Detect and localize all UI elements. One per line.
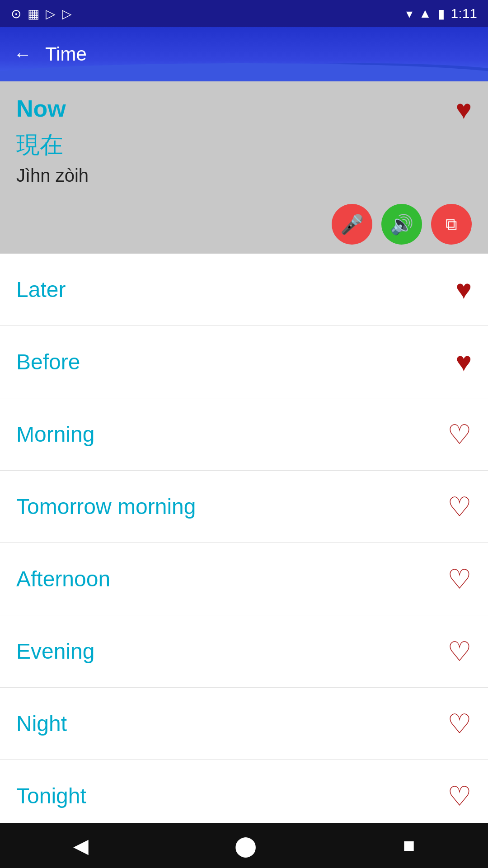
list-item-label: Tonight — [16, 783, 86, 808]
word-list: Later ♥ Before ♥ Morning ♡ Tomorrow morn… — [0, 254, 488, 832]
battery-icon: ▮ — [438, 6, 445, 21]
play-icon: ▷ — [46, 6, 56, 21]
list-item[interactable]: Later ♥ — [0, 254, 488, 326]
sound-button[interactable]: 🔊 — [381, 204, 422, 245]
copy-button[interactable]: ⧉ — [431, 204, 472, 245]
action-buttons: 🎤 🔊 ⧉ — [16, 199, 472, 245]
status-right-icons: ▾ ▲ ▮ 1:11 — [406, 6, 477, 21]
status-bar: ⊙ ▦ ▷ ▷ ▾ ▲ ▮ 1:11 — [0, 0, 488, 27]
list-item-label: Later — [16, 277, 66, 302]
nav-recent-button[interactable]: ■ — [403, 834, 415, 857]
wifi-icon: ▾ — [406, 6, 413, 21]
list-item[interactable]: Tomorrow morning ♡ — [0, 471, 488, 543]
settings-icon: ⊙ — [11, 6, 21, 21]
status-time: 1:11 — [451, 6, 477, 21]
list-item[interactable]: Before ♥ — [0, 326, 488, 398]
favorite-button[interactable]: ♡ — [447, 563, 472, 595]
list-item-label: Evening — [16, 639, 94, 664]
list-item-label: Before — [16, 349, 80, 374]
status-left-icons: ⊙ ▦ ▷ ▷ — [11, 6, 72, 21]
hero-favorite-button[interactable]: ♥ — [455, 94, 472, 125]
store-icon: ▷ — [62, 6, 72, 21]
list-item-label: Afternoon — [16, 566, 110, 591]
list-item[interactable]: Evening ♡ — [0, 615, 488, 688]
list-item-label: Tomorrow morning — [16, 494, 196, 519]
navigation-bar: ◀ ⬤ ■ — [0, 823, 488, 868]
list-item-label: Morning — [16, 422, 94, 447]
list-item[interactable]: Morning ♡ — [0, 398, 488, 471]
hero-chinese: 現在 — [16, 129, 472, 161]
favorite-button[interactable]: ♥ — [455, 346, 472, 377]
favorite-button[interactable]: ♡ — [447, 708, 472, 740]
back-button[interactable]: ← — [14, 44, 32, 65]
hero-card: Now ♥ 現在 Jìhn zòih 🎤 🔊 ⧉ — [0, 81, 488, 254]
favorite-button[interactable]: ♥ — [455, 274, 472, 305]
page-title: Time — [45, 43, 87, 65]
sim-icon: ▦ — [28, 6, 39, 21]
list-item[interactable]: Afternoon ♡ — [0, 543, 488, 615]
hero-english: Now — [16, 95, 472, 122]
favorite-button[interactable]: ♡ — [447, 636, 472, 667]
nav-home-button[interactable]: ⬤ — [235, 834, 257, 857]
list-item[interactable]: Tonight ♡ — [0, 760, 488, 832]
app-bar: ← Time — [0, 27, 488, 81]
hero-romanization: Jìhn zòih — [16, 165, 472, 186]
favorite-button[interactable]: ♡ — [447, 419, 472, 450]
favorite-button[interactable]: ♡ — [447, 780, 472, 812]
list-item[interactable]: Night ♡ — [0, 688, 488, 760]
signal-icon: ▲ — [419, 6, 432, 21]
list-item-label: Night — [16, 711, 67, 736]
mic-button[interactable]: 🎤 — [332, 204, 372, 245]
favorite-button[interactable]: ♡ — [447, 491, 472, 523]
nav-back-button[interactable]: ◀ — [73, 834, 89, 857]
